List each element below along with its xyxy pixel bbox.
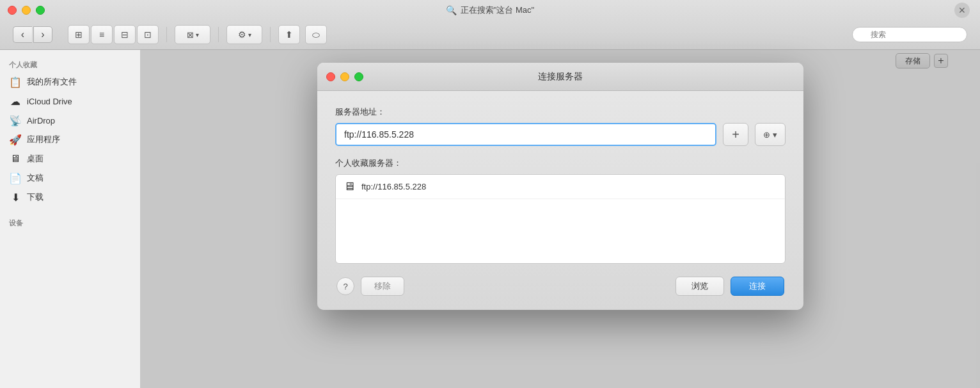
- sidebar-item-airdrop[interactable]: 📡 AirDrop: [0, 111, 140, 130]
- main-content: 存储 + 连接服务器: [141, 50, 980, 388]
- sidebar-item-desktop[interactable]: 🖥 桌面: [0, 149, 140, 168]
- gallery-button[interactable]: ⊠ ▾: [175, 25, 210, 44]
- arrange-button[interactable]: ⚙ ▾: [226, 25, 262, 44]
- recent-icon: ⊕: [763, 130, 770, 140]
- toolbar-divider-1: [166, 27, 167, 42]
- view-grid-button[interactable]: ⊞: [68, 25, 90, 44]
- favorites-item[interactable]: 🖥 ftp://116.85.5.228: [336, 175, 785, 199]
- toolbar-divider-2: [218, 27, 219, 42]
- connect-server-dialog: 连接服务器 服务器地址： + ⊕ ▾ 个人收: [317, 63, 803, 310]
- minimize-button[interactable]: [22, 6, 31, 15]
- favorites-list[interactable]: 🖥 ftp://116.85.5.228: [335, 174, 786, 264]
- sidebar-item-all-files[interactable]: 📋 我的所有文件: [0, 72, 140, 92]
- sidebar-item-label: 应用程序: [27, 134, 60, 145]
- help-button[interactable]: ?: [336, 277, 354, 295]
- dialog-controls: [326, 72, 363, 81]
- sidebar-item-label: 下载: [27, 191, 43, 203]
- server-address-label: 服务器地址：: [335, 106, 786, 118]
- title-bar: 🔍 正在搜索"这台 Mac" ✕ ‹ › ⊞ ≡ ⊟ ⊡ ⊠ ▾ ⚙: [0, 0, 980, 50]
- remove-button[interactable]: 移除: [361, 277, 404, 296]
- search-input[interactable]: [852, 27, 967, 42]
- maximize-button[interactable]: [36, 6, 45, 15]
- sidebar: 个人收藏 📋 我的所有文件 ☁ iCloud Drive 📡 AirDrop 🚀…: [0, 50, 141, 388]
- view-list-button[interactable]: ≡: [91, 25, 113, 44]
- add-to-favorites-button[interactable]: +: [723, 123, 748, 146]
- sidebar-item-icloud-drive[interactable]: ☁ iCloud Drive: [0, 92, 140, 111]
- finder-window: 🔍 正在搜索"这台 Mac" ✕ ‹ › ⊞ ≡ ⊟ ⊡ ⊠ ▾ ⚙: [0, 0, 980, 388]
- finder-title: 🔍 正在搜索"这台 Mac": [446, 4, 534, 16]
- dialog-close-button[interactable]: [326, 72, 335, 81]
- sidebar-item-label: 文稿: [27, 172, 43, 184]
- server-input-row: + ⊕ ▾: [335, 123, 786, 146]
- sidebar-item-documents[interactable]: 📄 文稿: [0, 168, 140, 188]
- dialog-title-bar: 连接服务器: [317, 63, 803, 91]
- search-bar: 🔍: [852, 27, 967, 42]
- all-files-icon: 📋: [9, 76, 22, 88]
- devices-section-title: 设备: [0, 214, 140, 230]
- sidebar-item-label: 我的所有文件: [27, 76, 77, 88]
- airdrop-icon: 📡: [9, 114, 22, 127]
- modal-overlay: 连接服务器 服务器地址： + ⊕ ▾ 个人收: [141, 50, 980, 388]
- tag-button[interactable]: ⬭: [305, 25, 327, 44]
- view-controls: ⊞ ≡ ⊟ ⊡: [68, 25, 159, 44]
- window-controls: [8, 6, 45, 15]
- sidebar-item-label: iCloud Drive: [27, 97, 72, 106]
- toolbar-divider-3: [270, 27, 271, 42]
- finder-close-icon[interactable]: ✕: [954, 3, 970, 18]
- desktop-icon: 🖥: [9, 152, 22, 165]
- sidebar-item-downloads[interactable]: ⬇ 下载: [0, 188, 140, 207]
- dialog-body: 服务器地址： + ⊕ ▾ 个人收藏服务器： 🖥: [317, 91, 803, 310]
- finder-title-text: 正在搜索"这台 Mac": [461, 4, 534, 16]
- close-button[interactable]: [8, 6, 17, 15]
- content-area: 个人收藏 📋 我的所有文件 ☁ iCloud Drive 📡 AirDrop 🚀…: [0, 50, 980, 388]
- downloads-icon: ⬇: [9, 191, 22, 204]
- recent-servers-button[interactable]: ⊕ ▾: [755, 123, 786, 146]
- recent-arrow-icon: ▾: [773, 130, 777, 140]
- documents-icon: 📄: [9, 172, 22, 184]
- server-address-input[interactable]: [335, 123, 716, 146]
- back-button[interactable]: ‹: [13, 26, 32, 43]
- favorites-item-address: ftp://116.85.5.228: [361, 182, 426, 191]
- finder-icon: 🔍: [446, 5, 457, 15]
- view-columns-button[interactable]: ⊟: [114, 25, 136, 44]
- connect-button[interactable]: 连接: [731, 277, 784, 296]
- sidebar-item-label: 桌面: [27, 153, 43, 165]
- sidebar-item-applications[interactable]: 🚀 应用程序: [0, 130, 140, 149]
- view-cover-button[interactable]: ⊡: [137, 25, 159, 44]
- dialog-footer: ? 移除 浏览 连接: [335, 277, 786, 296]
- title-bar-top: 🔍 正在搜索"这台 Mac" ✕: [0, 0, 980, 20]
- search-wrapper: 🔍: [852, 27, 967, 42]
- applications-icon: 🚀: [9, 133, 22, 146]
- forward-button[interactable]: ›: [33, 26, 52, 43]
- favorites-server-label: 个人收藏服务器：: [335, 158, 786, 169]
- browse-button[interactable]: 浏览: [676, 277, 724, 296]
- favorites-item-icon: 🖥: [344, 180, 355, 193]
- dialog-maximize-button[interactable]: [354, 72, 363, 81]
- toolbar: ‹ › ⊞ ≡ ⊟ ⊡ ⊠ ▾ ⚙ ▾ ⬆ ⬭ 🔍: [0, 20, 980, 49]
- nav-buttons: ‹ ›: [13, 26, 52, 43]
- share-button[interactable]: ⬆: [278, 25, 300, 44]
- dialog-minimize-button[interactable]: [340, 72, 349, 81]
- sidebar-item-label: AirDrop: [27, 116, 55, 125]
- favorites-section-title: 个人收藏: [0, 56, 140, 72]
- dialog-title-text: 连接服务器: [538, 71, 583, 83]
- icloud-icon: ☁: [9, 95, 22, 108]
